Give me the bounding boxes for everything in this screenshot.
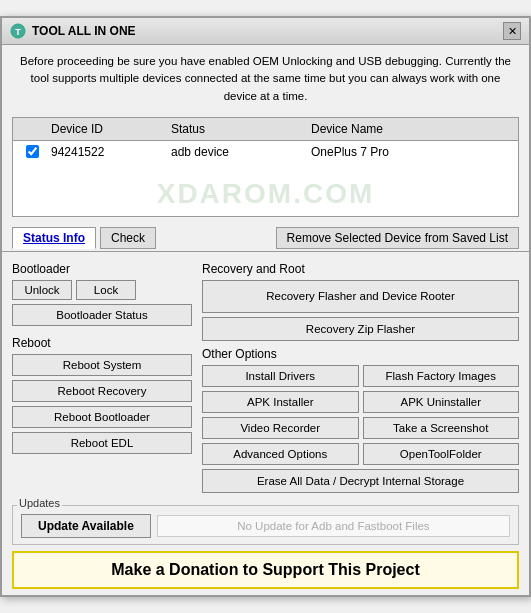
reboot-recovery-button[interactable]: Reboot Recovery xyxy=(12,380,192,402)
apk-uninstaller-button[interactable]: APK Uninstaller xyxy=(363,391,520,413)
updates-label: Updates xyxy=(17,497,62,509)
device-table: Device ID Status Device Name 94241522 ad… xyxy=(12,117,519,217)
reboot-edl-button[interactable]: Reboot EDL xyxy=(12,432,192,454)
unlock-button[interactable]: Unlock xyxy=(12,280,72,300)
tabs-row: Status Info Check Remove Selected Device… xyxy=(2,221,529,251)
main-window: T TOOL ALL IN ONE ✕ Before proceeding be… xyxy=(0,16,531,597)
bootloader-label: Bootloader xyxy=(12,262,192,276)
tab-status-info[interactable]: Status Info xyxy=(12,227,96,249)
row-device-name: OnePlus 7 Pro xyxy=(307,143,514,161)
open-tool-folder-button[interactable]: OpenToolFolder xyxy=(363,443,520,465)
recovery-label: Recovery and Root xyxy=(202,262,519,276)
reboot-label: Reboot xyxy=(12,336,192,350)
title-bar: T TOOL ALL IN ONE ✕ xyxy=(2,18,529,45)
reboot-system-button[interactable]: Reboot System xyxy=(12,354,192,376)
col-status-header: Status xyxy=(167,120,307,138)
recovery-zip-button[interactable]: Recovery Zip Flasher xyxy=(202,317,519,341)
erase-button[interactable]: Erase All Data / Decrypt Internal Storag… xyxy=(202,469,519,493)
title-bar-left: T TOOL ALL IN ONE xyxy=(10,23,136,39)
apk-installer-button[interactable]: APK Installer xyxy=(202,391,359,413)
tab-remove-device[interactable]: Remove Selected Device from Saved List xyxy=(276,227,519,249)
bootloader-status-button[interactable]: Bootloader Status xyxy=(12,304,192,326)
lock-button[interactable]: Lock xyxy=(76,280,136,300)
other-grid-row1: Install Drivers Flash Factory Images xyxy=(202,365,519,387)
other-grid-row2: APK Installer APK Uninstaller xyxy=(202,391,519,413)
recovery-flasher-button[interactable]: Recovery Flasher and Device Rooter xyxy=(202,280,519,313)
other-label: Other Options xyxy=(202,347,519,361)
donation-bar[interactable]: Make a Donation to Support This Project xyxy=(12,551,519,589)
watermark: XDAROM.COM xyxy=(157,178,375,210)
col-deviceid-header: Device ID xyxy=(47,120,167,138)
col-devicename-header: Device Name xyxy=(307,120,514,138)
flash-factory-button[interactable]: Flash Factory Images xyxy=(363,365,520,387)
app-icon: T xyxy=(10,23,26,39)
other-grid-row3: Video Recorder Take a Screenshot xyxy=(202,417,519,439)
tab-check[interactable]: Check xyxy=(100,227,156,249)
col-checkbox-header xyxy=(17,120,47,138)
update-available-button[interactable]: Update Available xyxy=(21,514,151,538)
advanced-options-button[interactable]: Advanced Options xyxy=(202,443,359,465)
left-panel: Bootloader Unlock Lock Bootloader Status… xyxy=(12,256,192,497)
window-title: TOOL ALL IN ONE xyxy=(32,24,136,38)
close-button[interactable]: ✕ xyxy=(503,22,521,40)
other-grid-row4: Advanced Options OpenToolFolder xyxy=(202,443,519,465)
svg-text:T: T xyxy=(15,27,21,37)
install-drivers-button[interactable]: Install Drivers xyxy=(202,365,359,387)
main-content: Bootloader Unlock Lock Bootloader Status… xyxy=(2,251,529,501)
row-status: adb device xyxy=(167,143,307,161)
info-text: Before proceeding be sure you have enabl… xyxy=(2,45,529,113)
bootloader-status-row: Bootloader Status xyxy=(12,304,192,330)
updates-section: Updates Update Available No Update for A… xyxy=(12,505,519,545)
screenshot-button[interactable]: Take a Screenshot xyxy=(363,417,520,439)
row-device-id: 94241522 xyxy=(47,143,167,161)
row-checkbox[interactable] xyxy=(17,143,47,160)
update-adb-label: No Update for Adb and Fastboot Files xyxy=(157,515,510,537)
video-recorder-button[interactable]: Video Recorder xyxy=(202,417,359,439)
right-panel: Recovery and Root Recovery Flasher and D… xyxy=(202,256,519,497)
reboot-bootloader-button[interactable]: Reboot Bootloader xyxy=(12,406,192,428)
table-header: Device ID Status Device Name xyxy=(13,118,518,141)
bootloader-btn-row: Unlock Lock xyxy=(12,280,192,300)
table-row: 94241522 adb device OnePlus 7 Pro xyxy=(13,141,518,163)
